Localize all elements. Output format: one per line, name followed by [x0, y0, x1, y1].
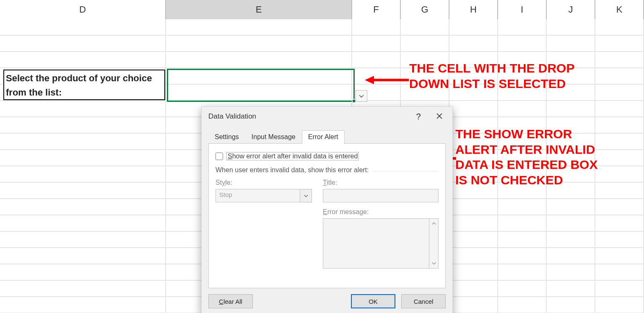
cell[interactable]: [0, 281, 166, 297]
cell[interactable]: [498, 281, 547, 297]
cell[interactable]: [0, 36, 166, 52]
close-button[interactable]: [429, 108, 450, 125]
cell[interactable]: [547, 281, 595, 297]
cell[interactable]: [166, 19, 352, 36]
cell[interactable]: [595, 199, 644, 215]
column-header-D[interactable]: D: [0, 0, 166, 19]
cell[interactable]: [547, 264, 595, 281]
cell[interactable]: [449, 19, 498, 36]
error-message-textarea[interactable]: [323, 218, 439, 269]
cell[interactable]: [0, 183, 166, 199]
style-dropdown-button[interactable]: [300, 189, 312, 202]
cell[interactable]: [595, 52, 644, 68]
cell[interactable]: [166, 85, 352, 101]
scroll-up-icon[interactable]: [429, 219, 438, 228]
cell[interactable]: [449, 281, 498, 297]
cell[interactable]: [547, 36, 595, 52]
cell[interactable]: [352, 19, 401, 36]
cell[interactable]: [0, 101, 166, 117]
cell[interactable]: [0, 215, 166, 232]
cell[interactable]: [498, 248, 547, 264]
show-error-alert-label[interactable]: Show error alert after invalid data is e…: [226, 152, 359, 160]
help-button[interactable]: ?: [408, 108, 429, 125]
column-header-E[interactable]: E: [166, 0, 352, 19]
cell[interactable]: [449, 101, 498, 117]
cell[interactable]: [595, 134, 644, 150]
cancel-button[interactable]: Cancel: [401, 294, 446, 308]
cell[interactable]: [498, 232, 547, 248]
cell[interactable]: [547, 248, 595, 264]
cell-dropdown-button[interactable]: [356, 90, 367, 102]
cell[interactable]: [498, 264, 547, 281]
prompt-cell[interactable]: Select the product of your choice from t…: [3, 70, 165, 100]
cell[interactable]: [449, 199, 498, 215]
cell[interactable]: [0, 150, 166, 166]
cell[interactable]: [595, 232, 644, 248]
cell[interactable]: [449, 232, 498, 248]
cell[interactable]: [0, 232, 166, 248]
show-error-alert-checkbox[interactable]: [216, 153, 223, 160]
cell[interactable]: [449, 264, 498, 281]
dialog-titlebar[interactable]: Data Validation ?: [202, 107, 452, 126]
cell[interactable]: [166, 52, 352, 68]
cell[interactable]: [0, 134, 166, 150]
cell[interactable]: [498, 101, 547, 117]
title-input[interactable]: [323, 189, 439, 202]
cell[interactable]: [449, 36, 498, 52]
cell[interactable]: [401, 19, 449, 36]
cell[interactable]: [498, 36, 547, 52]
cell[interactable]: [595, 281, 644, 297]
cell[interactable]: [0, 52, 166, 68]
column-header-I[interactable]: I: [498, 0, 547, 19]
cell[interactable]: [547, 19, 595, 36]
cell[interactable]: [352, 36, 401, 52]
cell[interactable]: [547, 215, 595, 232]
cell[interactable]: [547, 297, 595, 313]
cell[interactable]: [352, 52, 401, 68]
cell[interactable]: [547, 232, 595, 248]
cell[interactable]: [0, 264, 166, 281]
cell[interactable]: [595, 248, 644, 264]
cell[interactable]: [595, 150, 644, 166]
cell[interactable]: [595, 264, 644, 281]
column-header-H[interactable]: H: [449, 0, 498, 19]
cell[interactable]: [595, 36, 644, 52]
cell[interactable]: [547, 101, 595, 117]
cell[interactable]: [401, 36, 449, 52]
clear-all-button[interactable]: Clear All: [208, 294, 253, 308]
cell[interactable]: [595, 68, 644, 85]
cell[interactable]: [595, 85, 644, 101]
cell[interactable]: [595, 215, 644, 232]
cell[interactable]: [449, 248, 498, 264]
cell[interactable]: [166, 36, 352, 52]
cell[interactable]: [595, 297, 644, 313]
tab-error-alert[interactable]: Error Alert: [302, 130, 345, 144]
tab-settings[interactable]: Settings: [208, 130, 245, 144]
cell[interactable]: [595, 101, 644, 117]
cell[interactable]: [498, 215, 547, 232]
cell[interactable]: [0, 19, 166, 36]
cell[interactable]: [498, 297, 547, 313]
cell[interactable]: [498, 19, 547, 36]
cell[interactable]: [595, 117, 644, 134]
style-combobox[interactable]: Stop: [216, 189, 312, 202]
scroll-down-icon[interactable]: [429, 259, 438, 268]
column-header-G[interactable]: G: [401, 0, 449, 19]
cell[interactable]: [449, 297, 498, 313]
cell[interactable]: [449, 215, 498, 232]
tab-input-message[interactable]: Input Message: [245, 130, 302, 144]
cell[interactable]: [595, 166, 644, 183]
cell[interactable]: [0, 199, 166, 215]
column-header-J[interactable]: J: [547, 0, 595, 19]
cell[interactable]: [498, 199, 547, 215]
column-header-K[interactable]: K: [595, 0, 644, 19]
cell[interactable]: [0, 166, 166, 183]
cell[interactable]: [595, 183, 644, 199]
cell[interactable]: [0, 248, 166, 264]
textarea-scrollbar[interactable]: [429, 219, 438, 268]
cell[interactable]: [0, 297, 166, 313]
ok-button[interactable]: OK: [351, 294, 395, 308]
cell[interactable]: [0, 117, 166, 134]
cell[interactable]: [547, 199, 595, 215]
column-header-F[interactable]: F: [352, 0, 401, 19]
